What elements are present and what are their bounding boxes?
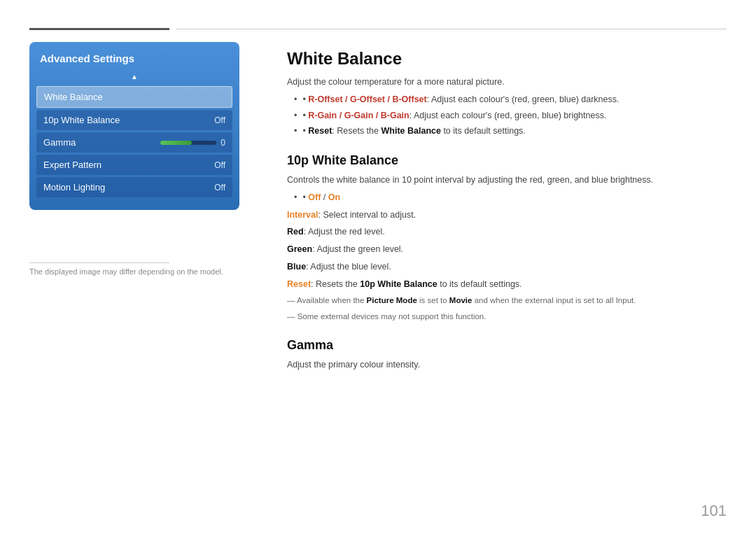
sidebar-note-area: The displayed image may differ depending…	[29, 262, 223, 276]
10p-white-balance-title: 10p White Balance	[287, 153, 713, 168]
10p-interval-line: Interval: Select interval to adjust.	[287, 209, 713, 222]
bullet-item: • R-Offset / G-Offset / B-Offset: Adjust…	[294, 93, 713, 106]
main-content: White Balance Adjust the colour temperat…	[273, 42, 727, 499]
10p-blue-line: Blue: Adjust the blue level.	[287, 260, 713, 274]
sidebar-item-gamma[interactable]: Gamma 0	[36, 132, 232, 153]
gamma-desc: Adjust the primary colour intensity.	[287, 358, 713, 372]
gamma-slider-fill	[160, 141, 192, 145]
sidebar-item-label: 10p White Balance	[43, 115, 120, 125]
bullet-on: On	[328, 192, 340, 202]
note-external-devices: Some external devices may not support th…	[287, 311, 713, 323]
sidebar-item-label: Expert Pattern	[43, 160, 102, 170]
sidebar-note-divider	[29, 262, 169, 263]
10p-reset-line: Reset: Resets the 10p White Balance to i…	[287, 278, 713, 291]
top-bar-left-line	[29, 28, 169, 30]
gamma-slider	[160, 141, 216, 145]
bullet-highlight: R-Offset / G-Offset / B-Offset	[308, 94, 426, 104]
sidebar-item-value: Off	[214, 183, 225, 192]
sidebar-arrow: ▲	[36, 73, 232, 80]
sidebar-item-value: Off	[214, 115, 225, 125]
bullet-item: • Off / On	[294, 191, 713, 204]
green-label: Green	[287, 244, 312, 254]
note-picture-mode: Available when the Picture Mode is set t…	[287, 295, 713, 307]
sidebar-item-motion-lighting[interactable]: Motion Lighting Off	[36, 177, 232, 197]
page-number: 101	[701, 502, 727, 520]
white-balance-bullets: • R-Offset / G-Offset / B-Offset: Adjust…	[294, 93, 713, 138]
10p-red-line: Red: Adjust the red level.	[287, 225, 713, 239]
section-white-balance: White Balance Adjust the colour temperat…	[287, 49, 713, 138]
bullet-item: • R-Gain / G-Gain / B-Gain: Adjust each …	[294, 109, 713, 122]
sidebar-item-label: White Balance	[44, 92, 103, 102]
sidebar-item-value: Off	[214, 160, 225, 170]
bullet-highlight: Reset	[308, 126, 332, 136]
sidebar-note-text: The displayed image may differ depending…	[29, 267, 223, 276]
10p-white-balance-desc: Controls the white balance in 10 point i…	[287, 174, 713, 187]
section-10p-white-balance: 10p White Balance Controls the white bal…	[287, 153, 713, 323]
gamma-value: 0	[220, 138, 225, 148]
sidebar-item-expert-pattern[interactable]: Expert Pattern Off	[36, 155, 232, 175]
top-bar-right-line	[176, 29, 727, 29]
white-balance-desc: Adjust the colour temperature for a more…	[287, 76, 713, 89]
bullet-item: • Reset: Resets the White Balance to its…	[294, 125, 713, 138]
blue-label: Blue	[287, 262, 306, 272]
gamma-slider-area: 0	[160, 138, 225, 148]
top-bar	[0, 28, 756, 30]
white-balance-title: White Balance	[287, 49, 713, 69]
interval-label: Interval	[287, 210, 318, 220]
sidebar: Advanced Settings ▲ White Balance 10p Wh…	[29, 42, 239, 210]
sidebar-title: Advanced Settings	[36, 52, 232, 64]
10p-green-line: Green: Adjust the green level.	[287, 243, 713, 256]
red-label: Red	[287, 227, 304, 237]
bullet-off: Off	[308, 192, 321, 202]
reset-label: Reset	[287, 279, 311, 289]
gamma-title: Gamma	[287, 338, 713, 353]
sidebar-item-label: Gamma	[43, 137, 76, 148]
section-gamma: Gamma Adjust the primary colour intensit…	[287, 338, 713, 372]
sidebar-item-10p-white-balance[interactable]: 10p White Balance Off	[36, 110, 232, 130]
sidebar-item-white-balance[interactable]: White Balance	[36, 86, 232, 108]
10p-bullets: • Off / On	[294, 191, 713, 204]
bullet-highlight: R-Gain / G-Gain / B-Gain	[308, 111, 409, 120]
sidebar-item-label: Motion Lighting	[43, 182, 105, 192]
